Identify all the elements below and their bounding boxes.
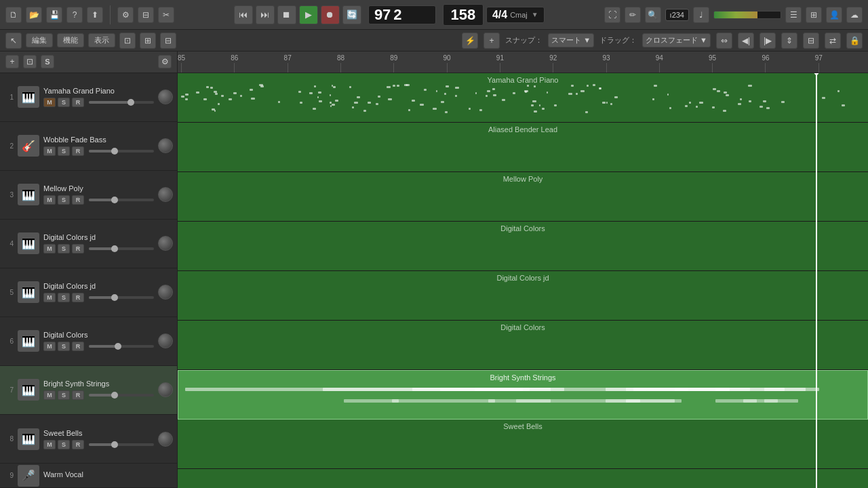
lane-warm-vocal[interactable] <box>178 469 868 488</box>
next-marker[interactable]: |▶ <box>760 33 776 49</box>
mute-btn[interactable]: M <box>43 244 56 253</box>
metronome-btn[interactable]: ♩ <box>693 7 709 23</box>
drag-select[interactable]: クロスフェード ▼ <box>642 33 711 47</box>
solo-btn[interactable]: S <box>58 293 70 302</box>
lane-digital-colors-2[interactable]: Digital Colors jd <box>178 271 868 321</box>
fader-knob[interactable] <box>115 343 121 350</box>
fader-knob[interactable] <box>111 392 118 399</box>
link-btn[interactable]: ⇄ <box>825 33 841 49</box>
s-btn[interactable]: S <box>41 55 54 68</box>
plugin-btn[interactable]: ⊞ <box>806 7 822 23</box>
group-tracks-btn[interactable]: ⊡ <box>23 55 37 68</box>
snap-add[interactable]: + <box>484 33 500 49</box>
prev-marker[interactable]: ◀| <box>738 33 754 49</box>
solo-btn[interactable]: S <box>58 244 70 253</box>
lane-bright-synth-strings[interactable]: Bright Synth Strings <box>178 370 868 420</box>
pan-knob[interactable] <box>158 382 173 397</box>
record-arm-btn[interactable]: R <box>72 244 84 253</box>
pan-knob[interactable] <box>158 138 173 153</box>
settings-btn[interactable]: ⚙ <box>117 7 134 23</box>
fader-knob[interactable] <box>127 99 134 106</box>
fader-track[interactable] <box>89 296 154 299</box>
fader-track[interactable] <box>89 199 154 201</box>
view-menu[interactable]: 表示 <box>88 33 115 47</box>
pan-knob[interactable] <box>158 187 173 202</box>
zoom-btn[interactable]: 🔍 <box>645 7 661 23</box>
save-btn[interactable]: 💾 <box>46 7 62 23</box>
punch-in-btn[interactable]: ⛶ <box>604 7 620 23</box>
tool3[interactable]: ⊟ <box>160 33 176 49</box>
add-track-btn[interactable]: + <box>5 55 19 68</box>
scissors-btn[interactable]: ✂ <box>158 7 174 23</box>
record-arm-btn[interactable]: R <box>72 195 84 205</box>
function-menu[interactable]: 機能 <box>57 33 84 47</box>
record-arm-btn[interactable]: R <box>72 390 84 400</box>
fader-knob[interactable] <box>111 294 118 301</box>
solo-btn[interactable]: S <box>58 146 70 156</box>
tracks-scroll[interactable]: Yamaha Grand Piano Aliased Bender Lead M… <box>178 73 868 488</box>
pencil-btn[interactable]: ✏ <box>625 7 641 23</box>
pan-knob[interactable] <box>158 236 173 251</box>
fader-track[interactable] <box>89 443 154 446</box>
track-settings-btn[interactable]: ⚙ <box>158 55 172 68</box>
zoom-vert[interactable]: ⇕ <box>781 33 797 49</box>
fader-track[interactable] <box>89 101 154 104</box>
solo-btn[interactable]: S <box>58 342 70 351</box>
fader-track[interactable] <box>89 150 154 152</box>
lane-mellow-poly[interactable]: Mellow Poly <box>178 172 868 222</box>
tool-arrow[interactable]: ↖ <box>5 33 22 49</box>
record-arm-btn[interactable]: R <box>72 146 84 156</box>
settings-icon[interactable]: ⚙ <box>158 55 172 68</box>
stop-btn[interactable]: ⏹ <box>277 5 296 24</box>
snap-select[interactable]: スマート ▼ <box>548 33 594 47</box>
mute-btn[interactable]: M <box>43 440 56 449</box>
help-btn[interactable]: ? <box>66 7 83 23</box>
profile-btn[interactable]: 👤 <box>826 7 842 23</box>
align-btn[interactable]: ⊟ <box>803 33 819 49</box>
loop-btn[interactable]: 🔄 <box>342 5 361 24</box>
rewind-btn[interactable]: ⏮ <box>234 5 253 24</box>
fader-track[interactable] <box>89 394 154 396</box>
record-arm-btn[interactable]: R <box>72 98 84 107</box>
fader-knob[interactable] <box>111 441 118 448</box>
lane-digital-colors-1[interactable]: Digital Colors <box>178 222 868 271</box>
fast-forward-btn[interactable]: ⏭ <box>256 5 275 24</box>
edit-menu[interactable]: 編集 <box>26 33 53 47</box>
open-btn[interactable]: 📂 <box>26 7 42 23</box>
pan-knob[interactable] <box>158 285 173 300</box>
mute-btn[interactable]: M <box>43 146 56 156</box>
tool1[interactable]: ⊡ <box>119 33 136 49</box>
lane-yamaha-grand-piano[interactable]: Yamaha Grand Piano <box>178 73 868 123</box>
export-btn[interactable]: ⬆ <box>87 7 103 23</box>
solo-btn[interactable]: S <box>58 98 70 107</box>
record-arm-btn[interactable]: R <box>72 440 84 449</box>
solo-btn[interactable]: S <box>58 195 70 205</box>
fader-knob[interactable] <box>111 148 118 155</box>
cloud-btn[interactable]: ☁ <box>846 7 863 23</box>
lane-sweet-bells[interactable]: Sweet Bells <box>178 420 868 469</box>
zoom-horz[interactable]: ⇔ <box>716 33 732 49</box>
pan-knob[interactable] <box>158 432 173 447</box>
record-arm-btn[interactable]: R <box>72 293 84 302</box>
fader-knob[interactable] <box>111 197 118 203</box>
tempo-display[interactable]: 158 <box>443 4 484 26</box>
mute-btn[interactable]: M <box>43 293 56 302</box>
solo-btn[interactable]: S <box>58 390 70 400</box>
record-arm-btn[interactable]: R <box>72 342 84 351</box>
solo-btn[interactable]: S <box>58 440 70 449</box>
mixer-btn[interactable]: ⊟ <box>138 7 154 23</box>
position-display[interactable]: 97 2 <box>368 5 436 24</box>
pan-knob[interactable] <box>158 333 173 348</box>
mute-btn[interactable]: M <box>43 195 56 205</box>
record-btn[interactable]: ⏺ <box>321 5 340 24</box>
new-btn[interactable]: 🗋 <box>5 7 22 23</box>
mute-btn[interactable]: M <box>43 390 56 400</box>
lock-btn[interactable]: 🔒 <box>846 33 863 49</box>
mixer-view-btn[interactable]: ☰ <box>785 7 802 23</box>
pan-knob[interactable] <box>158 89 173 104</box>
time-signature[interactable]: 4/4 Cmaj ▼ <box>486 7 545 23</box>
lane-digital-colors-3[interactable]: Digital Colors <box>178 321 868 370</box>
mute-btn[interactable]: M <box>43 342 56 351</box>
fader-track[interactable] <box>89 247 154 250</box>
tool2[interactable]: ⊞ <box>140 33 156 49</box>
